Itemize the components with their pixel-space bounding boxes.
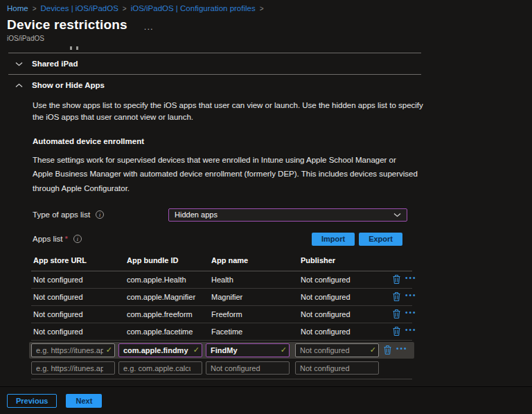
section-show-or-hide-apps[interactable]: Show or Hide Apps xyxy=(0,75,424,96)
clipped-scroll-fragment xyxy=(0,46,424,53)
app-store-url-input[interactable] xyxy=(31,361,115,375)
table-new-row xyxy=(31,361,412,376)
section-shared-ipad[interactable]: Shared iPad xyxy=(0,53,424,74)
page-subtitle: iOS/iPadOS xyxy=(0,35,532,42)
row-more-icon[interactable]: ••• xyxy=(405,275,417,284)
previous-button[interactable]: Previous xyxy=(7,394,57,408)
table-row: Not configured com.apple.facetime Faceti… xyxy=(31,323,412,341)
col-header-publisher: Publisher xyxy=(301,256,386,264)
table-row: Not configured com.apple.Health Health N… xyxy=(31,271,412,289)
table-edit-row: ✓ ✓ ✓ ✓ ••• xyxy=(29,342,414,359)
row-more-icon[interactable]: ••• xyxy=(405,309,417,318)
publisher-input[interactable] xyxy=(295,343,379,357)
required-marker: * xyxy=(64,235,67,243)
type-of-apps-list-label: Type of apps list xyxy=(33,210,90,219)
section-label: Show or Hide Apps xyxy=(32,81,105,89)
show-hide-apps-description: Use the show apps list to specify the iO… xyxy=(33,100,424,123)
app-bundle-id-input[interactable] xyxy=(118,343,202,357)
col-header-app-name: App name xyxy=(211,256,301,264)
chevron-right-icon: > xyxy=(123,5,127,12)
row-more-icon[interactable]: ••• xyxy=(405,327,417,336)
automated-device-enrollment-description: These settings work for supervised devic… xyxy=(33,153,418,195)
breadcrumb-devices[interactable]: Devices | iOS/iPadOS xyxy=(41,4,118,12)
row-more-icon[interactable]: ••• xyxy=(405,292,417,301)
import-button[interactable]: Import xyxy=(312,233,355,246)
delete-row-icon[interactable] xyxy=(393,275,400,284)
app-name-input[interactable] xyxy=(206,343,290,357)
publisher-input[interactable] xyxy=(295,361,379,375)
chevron-down-icon xyxy=(393,213,401,217)
apps-list-label: Apps list xyxy=(33,235,62,243)
app-bundle-id-input[interactable] xyxy=(118,361,202,375)
info-icon[interactable]: i xyxy=(73,235,82,243)
table-header-row: App store URL App bundle ID App name Pub… xyxy=(31,255,412,271)
delete-row-icon[interactable] xyxy=(393,292,400,301)
chevron-right-icon: > xyxy=(33,5,37,12)
breadcrumb-home[interactable]: Home xyxy=(7,4,28,12)
table-row: Not configured com.apple.freeform Freefo… xyxy=(31,306,412,323)
chevron-right-icon: > xyxy=(260,5,264,12)
section-label: Shared iPad xyxy=(32,60,78,68)
breadcrumb: Home > Devices | iOS/iPadOS > iOS/iPadOS… xyxy=(0,0,532,12)
more-actions-icon[interactable]: ... xyxy=(144,21,154,32)
table-bottom-rule xyxy=(31,379,412,379)
export-button[interactable]: Export xyxy=(359,233,402,246)
chevron-down-icon xyxy=(15,62,23,66)
col-header-app-store-url: App store URL xyxy=(33,256,127,264)
apps-table: App store URL App bundle ID App name Pub… xyxy=(31,255,412,341)
breadcrumb-configuration-profiles[interactable]: iOS/iPadOS | Configuration profiles xyxy=(131,4,256,12)
wizard-footer: Previous Next xyxy=(0,386,532,414)
dropdown-selected-value: Hidden apps xyxy=(175,210,218,219)
row-more-icon[interactable]: ••• xyxy=(396,345,408,354)
delete-row-icon[interactable] xyxy=(393,309,400,318)
chevron-up-icon xyxy=(15,83,23,88)
type-of-apps-list-dropdown[interactable]: Hidden apps xyxy=(168,208,407,222)
col-header-app-bundle-id: App bundle ID xyxy=(127,256,211,264)
page-title: Device restrictions xyxy=(7,17,127,33)
delete-row-icon[interactable] xyxy=(393,327,400,336)
table-row: Not configured com.apple.Magnifier Magni… xyxy=(31,289,412,306)
app-store-url-input[interactable] xyxy=(31,343,115,357)
app-name-input[interactable] xyxy=(206,361,290,375)
next-button[interactable]: Next xyxy=(66,394,102,408)
delete-row-icon[interactable] xyxy=(384,345,391,354)
info-icon[interactable]: i xyxy=(96,210,104,219)
automated-device-enrollment-heading: Automated device enrollment xyxy=(33,137,424,145)
